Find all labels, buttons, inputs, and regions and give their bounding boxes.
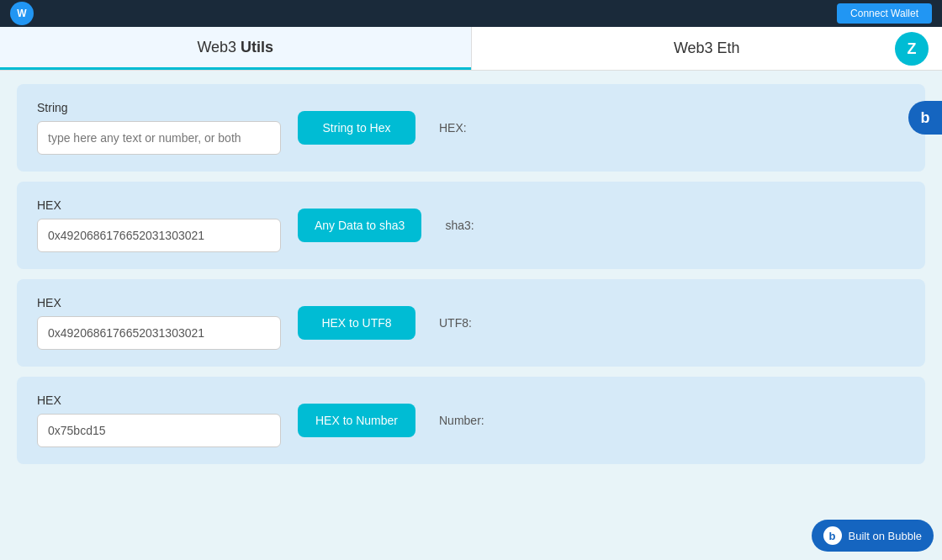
top-nav: W Connect Wallet: [0, 0, 942, 27]
string-label: String: [37, 101, 281, 114]
string-input[interactable]: [37, 121, 281, 155]
card-left-4: HEX: [37, 394, 281, 447]
any-data-to-sha3-card: HEX Any Data to sha3 sha3:: [17, 182, 925, 269]
tab-bar: Web3 Utils Web3 Eth Z: [0, 27, 942, 71]
hex-result-label: HEX:: [439, 121, 467, 135]
string-to-hex-button[interactable]: String to Hex: [298, 111, 415, 145]
hex-label-3: HEX: [37, 296, 281, 309]
nav-logo: W: [10, 2, 34, 25]
card-left-2: HEX: [37, 198, 281, 252]
string-to-hex-card: String String to Hex HEX:: [17, 84, 925, 172]
hex-to-utf8-button[interactable]: HEX to UTF8: [298, 306, 415, 340]
utf8-result-label: UTF8:: [439, 316, 472, 330]
hex-to-number-card: HEX HEX to Number Number:: [17, 377, 925, 464]
tab-z-icon[interactable]: Z: [895, 32, 929, 66]
hex-input-4[interactable]: [37, 414, 281, 447]
built-on-bubble-badge[interactable]: b Built on Bubble: [812, 520, 934, 552]
hex-label-2: HEX: [37, 198, 281, 212]
bubble-badge-icon: b: [823, 526, 842, 545]
connect-wallet-button[interactable]: Connect Wallet: [837, 3, 932, 24]
bubble-side-icon[interactable]: b: [908, 101, 942, 135]
any-data-to-sha3-button[interactable]: Any Data to sha3: [298, 209, 421, 242]
hex-to-number-button[interactable]: HEX to Number: [298, 404, 415, 437]
tab-web3utils[interactable]: Web3 Utils: [0, 27, 471, 70]
sha3-result-label: sha3:: [445, 219, 474, 232]
number-result-label: Number:: [439, 414, 484, 427]
hex-input-2[interactable]: [37, 219, 281, 252]
card-left-3: HEX: [37, 296, 281, 350]
main-content: String String to Hex HEX: HEX Any Data t…: [0, 71, 942, 478]
tab-web3eth[interactable]: Web3 Eth: [472, 27, 943, 70]
card-left-1: String: [37, 101, 281, 155]
hex-input-3[interactable]: [37, 316, 281, 350]
hex-to-utf8-card: HEX HEX to UTF8 UTF8:: [17, 279, 925, 367]
hex-label-4: HEX: [37, 394, 281, 407]
